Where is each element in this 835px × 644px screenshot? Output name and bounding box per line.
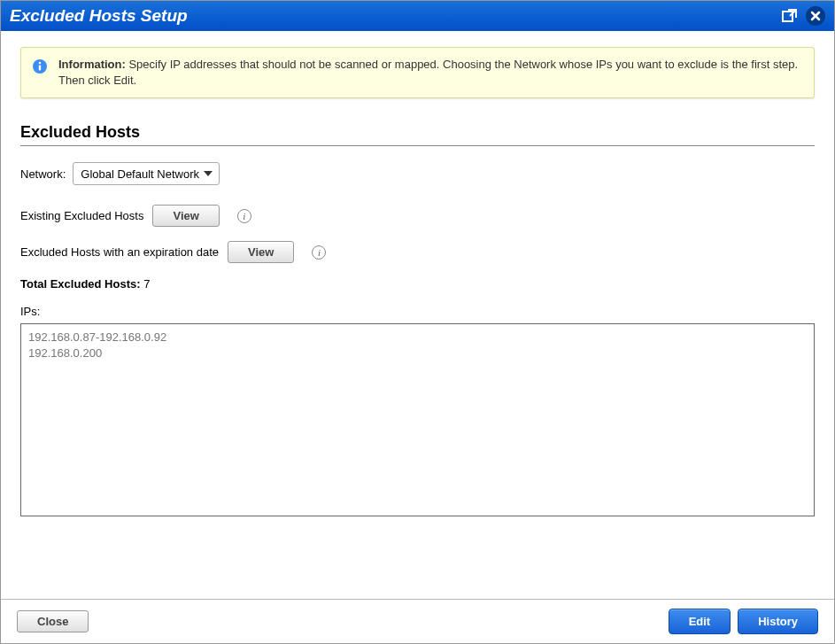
view-existing-button[interactable]: View — [152, 205, 219, 227]
expiration-row: Excluded Hosts with an expiration date V… — [20, 241, 815, 263]
view-expiration-button[interactable]: View — [228, 241, 294, 263]
titlebar: Excluded Hosts Setup — [1, 1, 834, 31]
dialog-footer: Close Edit History — [1, 599, 834, 643]
footer-right: Edit History — [669, 609, 818, 634]
ips-textarea[interactable] — [20, 323, 815, 516]
info-label: Information: — [58, 58, 126, 71]
info-icon — [32, 57, 48, 77]
svg-point-2 — [39, 62, 42, 65]
dialog-title: Excluded Hosts Setup — [10, 6, 188, 26]
edit-button[interactable]: Edit — [669, 609, 731, 634]
close-icon[interactable] — [806, 6, 825, 26]
total-row: Total Excluded Hosts: 7 — [20, 277, 815, 291]
titlebar-actions — [781, 6, 825, 26]
existing-row: Existing Excluded Hosts View i — [20, 205, 815, 227]
svg-rect-3 — [39, 66, 41, 71]
info-body: Specify IP addresses that should not be … — [58, 58, 798, 87]
help-icon[interactable]: i — [237, 209, 251, 223]
expiration-label: Excluded Hosts with an expiration date — [20, 245, 219, 259]
section-heading: Excluded Hosts — [20, 123, 815, 146]
total-label: Total Excluded Hosts: — [20, 277, 141, 291]
info-box: Information: Specify IP addresses that s… — [20, 47, 815, 98]
network-label: Network: — [20, 167, 66, 181]
dialog: Excluded Hosts Setup Information: Specif… — [0, 0, 835, 644]
svg-rect-0 — [783, 12, 792, 21]
popout-icon[interactable] — [781, 7, 799, 25]
history-button[interactable]: History — [738, 609, 818, 634]
existing-label: Existing Excluded Hosts — [20, 209, 143, 222]
network-select[interactable]: Global Default Network — [73, 162, 220, 185]
network-row: Network: Global Default Network — [20, 162, 815, 185]
ips-label: IPs: — [20, 305, 815, 318]
close-button[interactable]: Close — [17, 610, 89, 632]
total-value: 7 — [143, 277, 150, 291]
help-icon[interactable]: i — [312, 245, 326, 260]
dialog-content: Information: Specify IP addresses that s… — [1, 31, 834, 599]
info-text: Information: Specify IP addresses that s… — [58, 57, 803, 89]
